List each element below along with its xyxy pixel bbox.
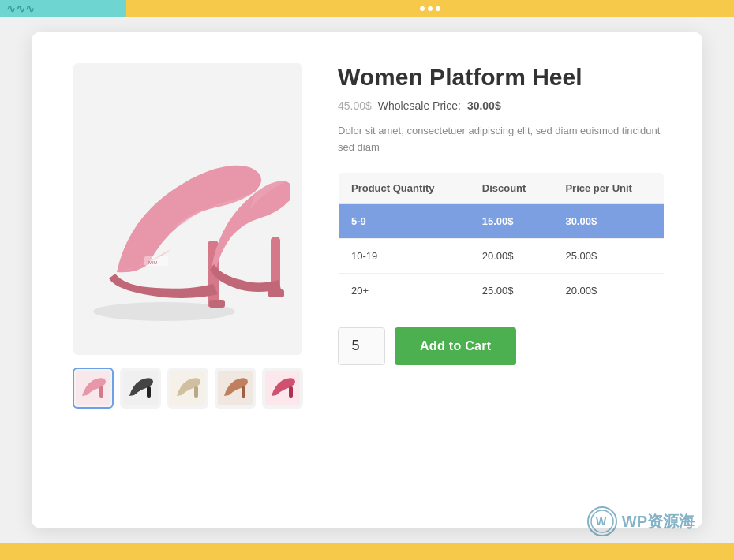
svg-rect-10 (147, 386, 151, 398)
quantity-input[interactable] (338, 327, 385, 365)
header-row: Product Quantity Discount Price per Unit (339, 172, 665, 203)
row3-price: 20.00$ (552, 273, 664, 308)
row1-discount: 15.00$ (470, 203, 553, 238)
product-card: MIU (32, 32, 702, 528)
original-price: 45.00$ (338, 99, 372, 112)
row3-discount: 25.00$ (470, 273, 553, 308)
row1-quantity: 5-9 (339, 203, 470, 238)
row2-price: 25.00$ (552, 238, 664, 273)
top-bar-center (126, 0, 734, 17)
pricing-table: Product Quantity Discount Price per Unit… (338, 172, 665, 308)
dot-2 (428, 6, 433, 11)
product-description: Dolor sit amet, consectetuer adipiscing … (338, 123, 665, 156)
squiggle-icon: ∿∿∿ (6, 2, 35, 15)
table-row-2[interactable]: 10-19 20.00$ 25.00$ (339, 238, 665, 273)
wp-logo-icon: W (587, 506, 617, 536)
row2-discount: 20.00$ (470, 238, 553, 273)
col-header-discount: Discount (470, 172, 553, 203)
thumbnail-1[interactable] (73, 368, 114, 409)
dot-1 (420, 6, 425, 11)
thumbnail-4[interactable] (215, 368, 256, 409)
svg-rect-14 (242, 386, 245, 398)
wholesale-label: Wholesale Price: (378, 99, 461, 112)
thumbnail-5[interactable] (262, 368, 303, 409)
row1-price: 30.00$ (552, 203, 664, 238)
row3-quantity: 20+ (339, 273, 470, 308)
svg-text:MIU: MIU (148, 260, 157, 265)
shoe-svg: MIU (85, 83, 290, 335)
thumbnail-2[interactable] (120, 368, 161, 409)
main-product-image: MIU (73, 63, 302, 355)
top-bar-left: ∿∿∿ (0, 0, 126, 17)
svg-rect-12 (194, 386, 198, 398)
thumbnail-3[interactable] (167, 368, 208, 409)
row2-quantity: 10-19 (339, 238, 470, 273)
thumbnail-list (73, 368, 303, 409)
bottom-bar (0, 543, 734, 560)
svg-rect-8 (99, 386, 103, 398)
product-title: Women Platform Heel (338, 63, 665, 91)
dots-indicator (420, 6, 440, 11)
cart-row: Add to Cart (338, 327, 665, 365)
product-images-panel: MIU (69, 63, 306, 497)
wholesale-price: 30.00$ (467, 99, 501, 112)
pricing-row: 45.00$ Wholesale Price: 30.00$ (338, 99, 665, 112)
svg-text:W: W (596, 515, 607, 528)
table-row-3[interactable]: 20+ 25.00$ 20.00$ (339, 273, 665, 308)
top-bar: ∿∿∿ (0, 0, 734, 17)
add-to-cart-button[interactable]: Add to Cart (395, 327, 516, 365)
dot-3 (436, 6, 440, 11)
col-header-price: Price per Unit (552, 172, 664, 203)
pricing-table-header: Product Quantity Discount Price per Unit (339, 172, 665, 203)
wp-watermark-text: WP资源海 (622, 511, 695, 532)
table-row-1[interactable]: 5-9 15.00$ 30.00$ (339, 203, 665, 238)
svg-rect-16 (289, 386, 293, 398)
svg-rect-2 (209, 300, 225, 308)
product-details-panel: Women Platform Heel 45.00$ Wholesale Pri… (338, 63, 665, 497)
pricing-table-body: 5-9 15.00$ 30.00$ 10-19 20.00$ 25.00$ 20… (339, 203, 665, 308)
wp-watermark: W WP资源海 (587, 506, 695, 536)
col-header-quantity: Product Quantity (339, 172, 470, 203)
